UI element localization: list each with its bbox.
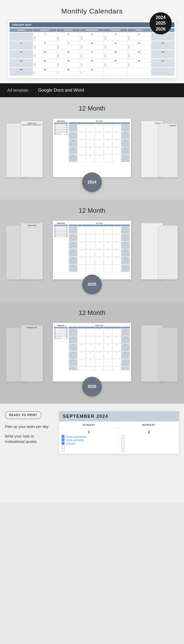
sept-day-monday: MONDAY [119,422,179,428]
task-checkbox-empty [121,445,124,448]
cal-cell: 17 [80,50,104,58]
cal-cell: 3 [80,32,104,41]
year-2026-section: 12 Month FEBRUARY 2025 APRIL 2025 S M T … [0,302,184,404]
day-fri: FRIDAY [128,28,151,32]
bottom-section: READY TO PRINT Plan up your tasks per da… [0,404,184,502]
cal-cell: 28 [9,68,33,76]
task-checkbox-empty [62,445,64,448]
year-circle-2025: 2025 [82,274,102,294]
sept-task-row [121,438,177,441]
task-checkbox-empty [121,442,124,445]
main-cal-page-2024: MARCH 2024 S M T W T F S 1 [53,118,131,177]
cal-cell: 20 [151,50,175,58]
cal-cell [104,68,127,76]
features-col: READY TO PRINT Plan up your tasks per da… [5,411,54,448]
september-calendar: SEPTEMBER 2024 SUNDAY MONDAY 1 ✓ Doctor'… [59,411,179,454]
back-page: SATURDAY [158,123,178,177]
year-badge: 2024 2025 2026 [150,12,172,34]
sept-days-header: SUNDAY MONDAY [59,422,179,428]
year-2024-section: 12 Month JANUARY 2024 MARCH 2024 S M T [0,97,184,200]
year-2025-section: 12 Month JANUARY 2025 MARCH 2025 S M T W… [0,200,184,302]
day-sun: SUNDAY [9,28,33,32]
cal-week-4: 21 22 23 24 25 26 27 [9,59,175,67]
cal-cell: 15 [33,50,56,58]
cal-cell [9,32,33,41]
task-checkbox-empty [62,449,64,452]
template-label: A4 template [7,88,28,92]
back-page: JANUARY 2024 [21,121,43,177]
sept-task-row [62,445,116,448]
task-text-3: Call mom [66,442,75,444]
cal-days-header: SUNDAY MONDAY TUESDAY WEDNESDAY THURSDAY… [9,28,175,32]
task-checkbox-checked: ✓ [62,438,64,441]
cal-cell: 13 [151,41,175,50]
task-checkbox-checked: ✓ [62,442,64,445]
app-info-bar: A4 template Google Docs and Word [0,83,184,97]
cal-cell: 21 [9,59,33,67]
cal-cell: 19 [128,50,151,58]
day-thu: THURSDAY [104,28,127,32]
back-page: JANUARY 2025 [21,223,43,280]
main-cal-page-2025: MARCH 2025 S M T W T F S [53,220,131,280]
main-cal-page-2026: APRIL 2025 S M T W T F S [53,323,131,382]
section-title-2026: 12 Month [5,309,179,316]
task-checkbox-empty [121,438,124,441]
year-circle-2026: 2026 [82,377,102,396]
sept-task-row [121,435,177,438]
sept-day-sunday: SUNDAY [59,422,119,428]
day-mon: MONDAY [33,28,56,32]
checkmark-icon: ✓ [62,439,64,441]
cal-cell: 16 [57,50,80,58]
checkmark-icon: ✓ [62,436,64,438]
cal-cell: 1 [33,32,56,41]
task-checkbox-checked: ✓ [62,435,64,438]
cal-cell [128,68,151,76]
feature-text-2: Write your note or motivational quotes [5,434,54,444]
task-checkbox-empty [121,449,124,452]
cal-cell: 14 [9,50,33,58]
sept-cell-1: 1 ✓ Doctor's appointment ✓ Dinner with f… [59,428,119,454]
sept-cell-2: 2 [119,428,179,454]
feature-text-1: Plan up your tasks per day [5,424,54,430]
september-calendar-col: SEPTEMBER 2024 SUNDAY MONDAY 1 ✓ Doctor'… [59,411,179,454]
section-title-2024: 12 Month [5,105,179,112]
task-text-1: Doctor's appointment [66,435,87,438]
cal-cell: 22 [33,59,56,67]
cal-cell: 7 [9,41,33,50]
cal-cell: 23 [57,59,80,67]
cal-cell [151,68,175,76]
cal-cell: 11 [104,41,127,50]
app-label: Google Docs and Word [38,88,84,93]
cal-cell: 30 [57,68,80,76]
cal-cell: 2 [57,32,80,41]
ready-to-print-badge: READY TO PRINT [5,411,41,419]
sept-task-row [121,449,177,452]
day-wed: WEDNESDAY [80,28,104,32]
sept-task-row [121,445,177,448]
year-circle-2024: 2024 [82,172,102,192]
task-text-2: Dinner with friends [66,439,84,441]
task-checkbox-empty [121,435,124,438]
cal-cell: 12 [128,41,151,50]
cal-cell: 31 [80,68,104,76]
sept-task-row: ✓ Call mom [62,442,116,445]
day-tue: TUESDAY [57,28,80,32]
cal-cell: 18 [104,50,127,58]
cal-cell: 5 [128,32,151,41]
cal-cell: 8 [33,41,56,50]
back-page: FEBRUARY 2025 [21,325,43,382]
sept-week-row-1: 1 ✓ Doctor's appointment ✓ Dinner with f… [59,428,179,454]
cal-cell: 10 [80,41,104,50]
cal-cell: 24 [80,59,104,67]
checkmark-icon: ✓ [62,442,64,444]
cal-week-5: 28 29 30 31 [9,68,175,76]
back-page [158,328,178,382]
sept-task-row: ✓ Dinner with friends [62,438,116,441]
sept-date-2: 2 [121,430,177,434]
sept-date-1: 1 [62,430,116,434]
sept-month-header: SEPTEMBER 2024 [59,412,179,422]
sept-task-row [62,449,116,452]
cal-cell: 4 [104,32,127,41]
sept-task-row [121,442,177,445]
cal-cell: 26 [128,59,151,67]
